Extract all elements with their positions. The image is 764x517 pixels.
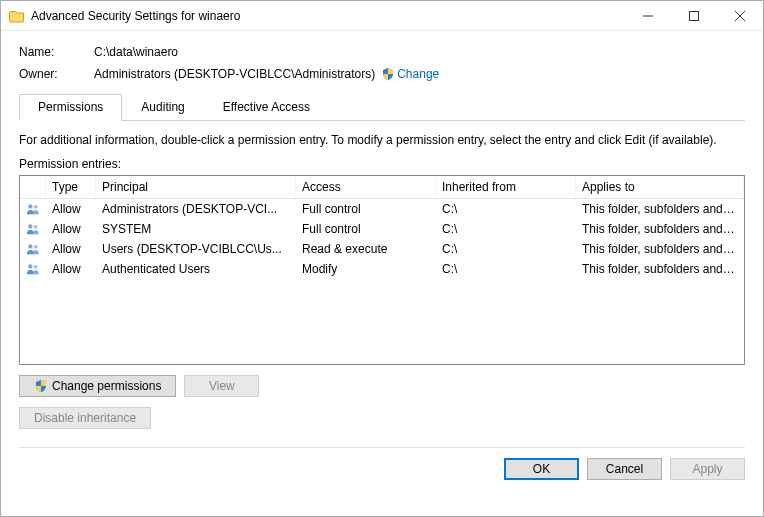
change-permissions-button[interactable]: Change permissions (19, 375, 176, 397)
svg-point-8 (28, 244, 32, 248)
svg-point-5 (34, 205, 38, 209)
tab-effective-access[interactable]: Effective Access (204, 94, 329, 121)
ok-button[interactable]: OK (504, 458, 579, 480)
table-body: AllowAdministrators (DESKTOP-VCI...Full … (20, 199, 744, 279)
table-row[interactable]: AllowSYSTEMFull controlC:\This folder, s… (20, 219, 744, 239)
col-principal[interactable]: Principal (96, 176, 296, 198)
disable-inheritance-button[interactable]: Disable inheritance (19, 407, 151, 429)
cell-applies: This folder, subfolders and files (576, 202, 744, 216)
apply-button[interactable]: Apply (670, 458, 745, 480)
cell-access: Read & execute (296, 242, 436, 256)
svg-point-4 (28, 204, 32, 208)
col-type[interactable]: Type (46, 176, 96, 198)
cell-inherited: C:\ (436, 202, 576, 216)
svg-rect-1 (690, 11, 699, 20)
name-row: Name: C:\data\winaero (19, 45, 745, 59)
svg-point-11 (34, 265, 38, 269)
change-owner-link[interactable]: Change (397, 67, 439, 81)
table-row[interactable]: AllowAuthenticated UsersModifyC:\This fo… (20, 259, 744, 279)
cell-type: Allow (46, 202, 96, 216)
shield-icon (381, 67, 395, 81)
cell-applies: This folder, subfolders and files (576, 222, 744, 236)
svg-point-9 (34, 245, 38, 249)
cancel-button[interactable]: Cancel (587, 458, 662, 480)
titlebar: Advanced Security Settings for winaero (1, 1, 763, 31)
info-text: For additional information, double-click… (19, 133, 745, 147)
col-applies[interactable]: Applies to (576, 176, 744, 198)
cell-applies: This folder, subfolders and files (576, 262, 744, 276)
svg-point-6 (28, 224, 32, 228)
table-row[interactable]: AllowUsers (DESKTOP-VCIBLCC\Us...Read & … (20, 239, 744, 259)
folder-icon (9, 8, 25, 24)
svg-point-10 (28, 264, 32, 268)
cell-principal: Administrators (DESKTOP-VCI... (96, 202, 296, 216)
cell-inherited: C:\ (436, 262, 576, 276)
owner-value: Administrators (DESKTOP-VCIBLCC\Administ… (94, 67, 375, 81)
tab-auditing[interactable]: Auditing (122, 94, 203, 121)
cell-applies: This folder, subfolders and files (576, 242, 744, 256)
cell-access: Full control (296, 222, 436, 236)
minimize-button[interactable] (625, 1, 671, 30)
cell-principal: SYSTEM (96, 222, 296, 236)
maximize-button[interactable] (671, 1, 717, 30)
shield-icon (34, 379, 48, 393)
tab-strip: Permissions Auditing Effective Access (19, 93, 745, 121)
cell-inherited: C:\ (436, 242, 576, 256)
col-inherited[interactable]: Inherited from (436, 176, 576, 198)
change-permissions-label: Change permissions (52, 379, 161, 393)
cell-type: Allow (46, 262, 96, 276)
table-header: Type Principal Access Inherited from App… (20, 176, 744, 199)
cell-access: Full control (296, 202, 436, 216)
window-title: Advanced Security Settings for winaero (31, 9, 625, 23)
col-access[interactable]: Access (296, 176, 436, 198)
col-icon[interactable] (20, 176, 46, 198)
permission-table: Type Principal Access Inherited from App… (19, 175, 745, 365)
section-label: Permission entries: (19, 157, 745, 171)
owner-label: Owner: (19, 67, 94, 81)
users-icon (20, 262, 46, 276)
tab-permissions[interactable]: Permissions (19, 94, 122, 121)
name-value: C:\data\winaero (94, 45, 178, 59)
close-button[interactable] (717, 1, 763, 30)
owner-row: Owner: Administrators (DESKTOP-VCIBLCC\A… (19, 67, 745, 81)
cell-access: Modify (296, 262, 436, 276)
cell-type: Allow (46, 222, 96, 236)
name-label: Name: (19, 45, 94, 59)
users-icon (20, 242, 46, 256)
cell-principal: Authenticated Users (96, 262, 296, 276)
window-controls (625, 1, 763, 30)
users-icon (20, 202, 46, 216)
cell-inherited: C:\ (436, 222, 576, 236)
cell-principal: Users (DESKTOP-VCIBLCC\Us... (96, 242, 296, 256)
view-button[interactable]: View (184, 375, 259, 397)
svg-point-7 (34, 225, 38, 229)
cell-type: Allow (46, 242, 96, 256)
table-row[interactable]: AllowAdministrators (DESKTOP-VCI...Full … (20, 199, 744, 219)
users-icon (20, 222, 46, 236)
